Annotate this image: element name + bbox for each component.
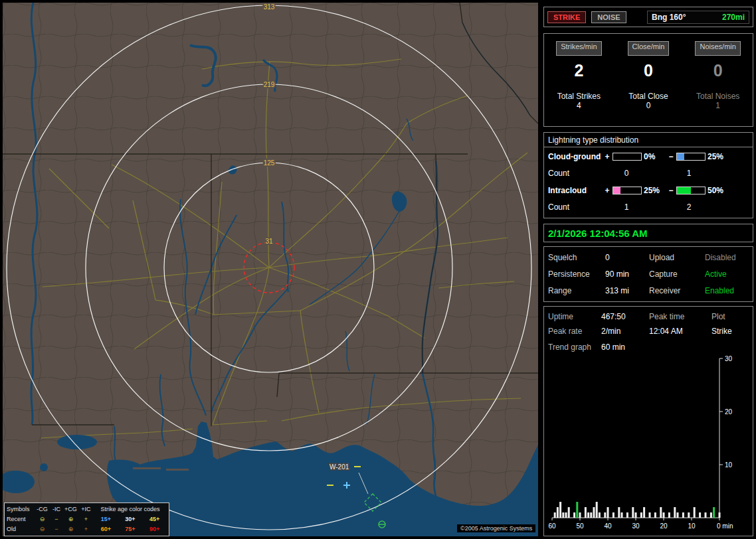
distribution-panel: Lightning type distribution Cloud-ground… — [543, 132, 753, 218]
peak-time-value: 12:04 AM — [649, 327, 711, 336]
cg-pos-icon: ⊕ — [63, 516, 78, 522]
ic-plus-bar — [613, 187, 642, 194]
upload-label: Upload — [649, 253, 705, 262]
legend-symbols-header: Symbols — [7, 506, 35, 512]
legend-type-header: -CG — [35, 506, 50, 512]
trend-bar — [626, 512, 628, 518]
map-canvas: 313 219 125 31 W-201 Symbols -CG -IC +CG… — [3, 3, 538, 536]
trend-bar — [557, 507, 559, 518]
peak-rate-label: Peak rate — [548, 327, 601, 336]
ic-minus-percent: 50% — [708, 186, 731, 195]
trend-bar — [643, 507, 645, 518]
cg-minus-count: 1 — [673, 169, 705, 178]
ic-pos-icon: + — [78, 516, 94, 522]
trend-bar — [705, 512, 707, 518]
total-close-label: Total Close — [628, 92, 668, 101]
trend-bar — [593, 507, 595, 518]
trend-bar — [640, 512, 642, 518]
trend-bar — [635, 512, 637, 518]
x-tick-label: 50 — [576, 522, 584, 530]
y-tick-label: 30 — [725, 355, 733, 362]
cg-minus-bar — [676, 153, 706, 161]
plus-sign: + — [604, 152, 611, 161]
distance-value: 270mi — [722, 13, 745, 22]
close-per-min-value: 0 — [644, 61, 653, 80]
total-strikes-value: 4 — [577, 101, 581, 114]
uptime-label: Uptime — [548, 312, 601, 321]
strikes-per-min-badge: Strikes/min — [556, 41, 601, 56]
trend-bar — [621, 512, 623, 518]
receiver-label: Receiver — [649, 286, 705, 295]
total-close-value: 0 — [646, 101, 651, 114]
status-grid: Uptime 467:50 Peak time Plot Peak rate 2… — [544, 307, 753, 337]
x-tick-label: 60 — [548, 522, 556, 530]
ic-minus-count: 2 — [673, 202, 705, 212]
trend-bar — [587, 512, 589, 518]
total-strikes-label: Total Strikes — [557, 92, 601, 101]
ic-neg-icon: − — [50, 516, 63, 522]
minus-sign: − — [668, 186, 674, 195]
x-tick-label: 40 — [604, 522, 612, 530]
cloud-ground-count-row: Count 0 1 — [544, 165, 753, 181]
noise-indicator-button[interactable]: NOISE — [591, 11, 626, 23]
trend-axes — [552, 358, 719, 518]
datetime-display: 2/1/2026 12:04:56 AM — [548, 228, 648, 239]
ring-label-125: 125 — [264, 159, 275, 167]
plot-value: Strike — [711, 327, 749, 336]
trend-bar — [604, 512, 606, 518]
strikes-per-min-value: 2 — [574, 61, 583, 80]
legend-type-header: -IC — [50, 506, 63, 512]
ic-plus-percent: 25% — [644, 186, 668, 195]
trend-bar — [579, 512, 581, 518]
strike-indicator-button[interactable]: STRIKE — [547, 11, 586, 23]
intracloud-count-row: Count 1 2 — [544, 198, 753, 215]
age-badge: 75+ — [125, 526, 135, 532]
bearing-display: Bng 160° 270mi — [647, 11, 749, 24]
total-noises-label: Total Noises — [696, 92, 739, 101]
trend-bar — [719, 512, 721, 518]
trend-bar — [663, 512, 665, 518]
receiver-status: Enabled — [705, 286, 749, 295]
trend-bar — [632, 507, 634, 518]
trend-graph: 3020106050403020100 min — [544, 352, 753, 538]
count-label: Count — [548, 202, 604, 212]
trend-bar — [590, 512, 592, 518]
cg-plus-bar — [613, 153, 642, 161]
trend-bar — [677, 512, 679, 518]
intracloud-label: Intracloud — [548, 186, 604, 195]
cg-neg-icon: ⊖ — [35, 526, 50, 532]
trend-bar — [660, 507, 662, 518]
map-svg: 313 219 125 31 W-201 — [3, 3, 538, 536]
range-label: Range — [548, 286, 605, 295]
x-tick-label: 0 min — [717, 522, 733, 530]
bearing-value: Bng 160° — [652, 13, 686, 22]
trend-bar — [674, 507, 676, 518]
legend-row-label: Old — [7, 526, 35, 532]
ring-label-313: 313 — [264, 3, 275, 11]
status-panel: Uptime 467:50 Peak time Plot Peak rate 2… — [543, 306, 753, 536]
age-badge: 15+ — [101, 516, 111, 522]
ring-label-219: 219 — [264, 81, 275, 88]
ring-label-31: 31 — [265, 238, 273, 245]
legend-row-label: Recent — [7, 516, 35, 522]
trend-bar — [554, 512, 556, 518]
range-value: 313 mi — [605, 286, 649, 295]
trend-bar — [618, 507, 620, 518]
age-badge: 45+ — [149, 516, 159, 522]
cg-plus-count: 0 — [611, 169, 642, 178]
trend-bar — [688, 512, 690, 518]
ic-neg-icon: − — [50, 526, 63, 532]
cg-minus-percent: 25% — [708, 152, 731, 161]
trend-bar — [565, 512, 567, 518]
count-label: Count — [548, 169, 604, 178]
peak-rate-value: 2/min — [601, 327, 649, 336]
trend-bar — [710, 512, 712, 518]
trend-bar — [649, 512, 651, 518]
peak-time-label: Peak time — [649, 312, 711, 321]
distribution-title: Lightning type distribution — [544, 133, 753, 147]
trend-bar — [599, 512, 601, 518]
squelch-value: 0 — [605, 253, 649, 262]
trend-graph-svg: 3020106050403020100 min — [547, 354, 750, 535]
trend-header: Trend graph 60 min — [544, 337, 753, 352]
capture-label: Capture — [649, 270, 705, 279]
